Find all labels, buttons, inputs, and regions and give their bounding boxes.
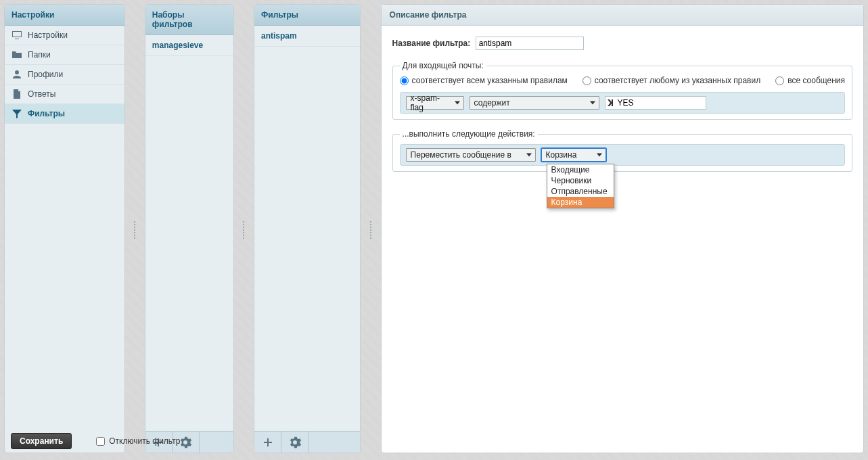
folder-option[interactable]: Отправленные <box>547 186 614 197</box>
settings-nav-label: Ответы <box>28 89 55 99</box>
action-type-value: Переместить сообщение в <box>411 150 511 160</box>
folder-option[interactable]: Входящие <box>547 164 614 175</box>
disable-filter-row: Отключить фильтр <box>96 436 180 446</box>
radio-match-any-input[interactable] <box>583 76 591 85</box>
settings-nav-list: НастройкиПапкиПрофилиОтветыФильтры <box>5 26 124 124</box>
disable-filter-checkbox[interactable] <box>96 437 105 446</box>
folder-icon <box>12 49 22 60</box>
radio-match-all-label: соответствует всем указанным правилам <box>412 76 568 85</box>
settings-nav-item[interactable]: Ответы <box>5 85 124 104</box>
radio-match-every-input[interactable] <box>775 76 784 85</box>
splitter[interactable] <box>369 4 372 456</box>
filter-item[interactable]: antispam <box>254 26 360 47</box>
match-mode-radios: соответствует всем указанным правилам со… <box>400 76 845 85</box>
actions-fieldset: ...выполнить следующие действия: Перемес… <box>392 129 852 172</box>
settings-nav-label: Фильтры <box>28 109 65 118</box>
rule-condition-select[interactable]: содержит <box>470 96 599 110</box>
action-type-select[interactable]: Переместить сообщение в <box>406 148 536 162</box>
action-row: Переместить сообщение в Корзина Входящие… <box>400 144 845 166</box>
settings-sidebar: Настройки НастройкиПапкиПрофилиОтветыФил… <box>4 4 125 453</box>
user-icon <box>12 69 22 80</box>
filters-panel: Фильтры antispam <box>254 4 361 453</box>
rule-value-input[interactable] <box>616 98 706 108</box>
monitor-icon <box>12 30 22 41</box>
clear-value-icon[interactable] <box>606 97 616 109</box>
folder-dropdown-popup: ВходящиеЧерновикиОтправленныеКорзина <box>547 164 614 208</box>
filter-sets-list: managesieve <box>145 35 233 56</box>
settings-nav-label: Папки <box>28 50 51 60</box>
rule-header-select[interactable]: x-spam-flag <box>406 96 464 110</box>
settings-nav-label: Настройки <box>28 30 68 40</box>
incoming-rules-legend: Для входящей почты: <box>400 61 486 70</box>
radio-match-every-label: все сообщения <box>787 76 845 85</box>
settings-nav-item[interactable]: Профили <box>5 65 124 85</box>
radio-match-all-input[interactable] <box>400 76 409 85</box>
radio-match-all[interactable]: соответствует всем указанным правилам <box>400 76 568 85</box>
filter-name-input[interactable] <box>476 37 584 50</box>
radio-match-any-label: соответствует любому из указанных правил <box>595 76 760 85</box>
actions-legend: ...выполнить следующие действия: <box>400 129 538 139</box>
rule-condition-value: содержит <box>474 98 510 108</box>
radio-match-any[interactable]: соответствует любому из указанных правил <box>583 76 760 85</box>
file-icon <box>12 89 22 99</box>
filter-sets-title: Наборы фильтров <box>145 5 233 35</box>
splitter[interactable] <box>242 4 246 456</box>
x-arrow-icon <box>607 99 615 107</box>
filter-detail-title: Описание фильтра <box>382 5 863 26</box>
filters-list: antispam <box>254 26 360 47</box>
filter-set-item[interactable]: managesieve <box>145 35 233 56</box>
settings-nav-item[interactable]: Папки <box>5 45 124 65</box>
settings-nav-label: Профили <box>28 70 63 79</box>
settings-nav-item[interactable]: Настройки <box>5 26 124 45</box>
radio-match-every[interactable]: все сообщения <box>775 76 845 85</box>
rule-header-value: x-spam-flag <box>411 93 450 112</box>
filter-name-label: Название фильтра: <box>392 39 471 48</box>
filter-detail-panel: Описание фильтра Название фильтра: Для в… <box>381 4 864 453</box>
incoming-rules-fieldset: Для входящей почты: соответствует всем у… <box>392 61 852 120</box>
filter-name-row: Название фильтра: <box>392 37 852 50</box>
disable-filter-label: Отключить фильтр <box>109 436 180 446</box>
action-folder-select[interactable]: Корзина <box>541 148 606 162</box>
filter-icon <box>12 108 22 119</box>
filter-sets-panel: Наборы фильтров managesieve <box>145 4 234 453</box>
folder-option[interactable]: Корзина <box>547 197 614 208</box>
action-folder-value: Корзина <box>546 150 577 160</box>
rule-row: x-spam-flag содержит <box>400 92 845 114</box>
settings-sidebar-title: Настройки <box>5 5 124 26</box>
settings-nav-item[interactable]: Фильтры <box>5 104 124 124</box>
save-bar: Сохранить Отключить фильтр <box>11 433 857 449</box>
save-button[interactable]: Сохранить <box>11 433 72 449</box>
splitter[interactable] <box>133 4 137 456</box>
rule-value-wrap <box>605 96 706 110</box>
folder-option[interactable]: Черновики <box>547 175 614 186</box>
filters-title: Фильтры <box>254 5 360 26</box>
